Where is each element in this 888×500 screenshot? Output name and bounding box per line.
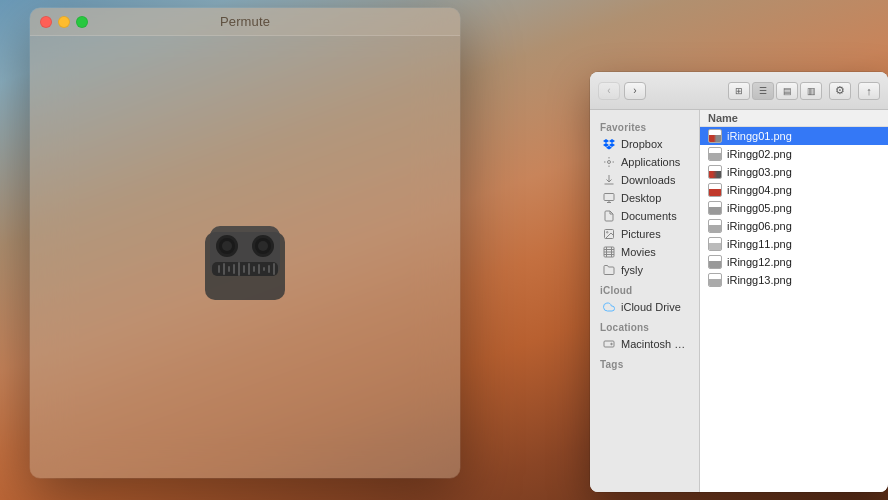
- movies-icon: [602, 245, 616, 259]
- files-header: Name: [700, 110, 888, 127]
- icloud-label: iCloud: [590, 279, 699, 298]
- file-row[interactable]: iRingg11.png: [700, 235, 888, 253]
- empty-row: [700, 343, 888, 361]
- file-icon: [708, 237, 722, 251]
- fysly-label: fysly: [621, 264, 643, 276]
- macintosh-hd-label: Macintosh HD: [621, 338, 687, 350]
- file-row[interactable]: iRingg02.png: [700, 145, 888, 163]
- empty-row: [700, 379, 888, 397]
- permute-titlebar: Permute: [30, 8, 460, 36]
- locations-label: Locations: [590, 316, 699, 335]
- file-row[interactable]: iRingg03.png: [700, 163, 888, 181]
- svg-point-4: [222, 241, 232, 251]
- sidebar-item-icloud-drive[interactable]: iCloud Drive: [594, 298, 695, 316]
- documents-label: Documents: [621, 210, 677, 222]
- tags-label: Tags: [590, 353, 699, 372]
- folder-icon: [602, 263, 616, 277]
- svg-rect-10: [218, 265, 220, 273]
- desktop-label: Desktop: [621, 192, 661, 204]
- action-button[interactable]: ⚙: [829, 82, 851, 100]
- file-icon: [708, 255, 722, 269]
- svg-rect-20: [268, 265, 270, 273]
- file-row[interactable]: iRingg12.png: [700, 253, 888, 271]
- svg-rect-13: [233, 264, 235, 274]
- file-row[interactable]: iRingg05.png: [700, 199, 888, 217]
- file-name: iRingg01.png: [727, 130, 792, 142]
- icon-view-button[interactable]: ⊞: [728, 82, 750, 100]
- sidebar-item-downloads[interactable]: Downloads: [594, 171, 695, 189]
- file-row[interactable]: iRingg13.png: [700, 271, 888, 289]
- file-row[interactable]: iRingg06.png: [700, 217, 888, 235]
- pictures-icon: [602, 227, 616, 241]
- maximize-button[interactable]: [76, 16, 88, 28]
- downloads-icon: [602, 173, 616, 187]
- list-view-button[interactable]: ☰: [752, 82, 774, 100]
- name-column-header: Name: [708, 112, 738, 124]
- sidebar-item-fysly[interactable]: fysly: [594, 261, 695, 279]
- minimize-button[interactable]: [58, 16, 70, 28]
- svg-rect-11: [223, 263, 225, 275]
- svg-rect-16: [248, 263, 250, 275]
- svg-point-22: [608, 161, 611, 164]
- sidebar-item-macintosh-hd[interactable]: Macintosh HD: [594, 335, 695, 353]
- file-icon: [708, 183, 722, 197]
- traffic-lights: [40, 16, 88, 28]
- sidebar-item-pictures[interactable]: Pictures: [594, 225, 695, 243]
- gallery-view-button[interactable]: ▥: [800, 82, 822, 100]
- empty-row: [700, 361, 888, 379]
- finder-toolbar: ‹ › ⊞ ☰ ▤ ▥ ⚙ ↑: [590, 72, 888, 110]
- svg-rect-21: [273, 263, 275, 275]
- permute-content: [30, 36, 460, 478]
- sidebar-item-dropbox[interactable]: Dropbox: [594, 135, 695, 153]
- sidebar-item-desktop[interactable]: Desktop: [594, 189, 695, 207]
- close-button[interactable]: [40, 16, 52, 28]
- finder-body: Favorites Dropbox Applications Downloads: [590, 110, 888, 492]
- dropbox-label: Dropbox: [621, 138, 663, 150]
- desktop-icon: [602, 191, 616, 205]
- file-name: iRingg12.png: [727, 256, 792, 268]
- svg-point-25: [607, 232, 609, 234]
- column-view-button[interactable]: ▤: [776, 82, 798, 100]
- share-button[interactable]: ↑: [858, 82, 880, 100]
- documents-icon: [602, 209, 616, 223]
- file-row[interactable]: iRingg01.png: [700, 127, 888, 145]
- permute-title: Permute: [220, 14, 270, 29]
- favorites-label: Favorites: [590, 116, 699, 135]
- svg-rect-23: [604, 194, 614, 201]
- back-button[interactable]: ‹: [598, 82, 620, 100]
- file-icon: [708, 129, 722, 143]
- file-name: iRingg05.png: [727, 202, 792, 214]
- view-buttons: ⊞ ☰ ▤ ▥: [728, 82, 822, 100]
- file-icon: [708, 201, 722, 215]
- svg-rect-14: [238, 262, 240, 276]
- applications-label: Applications: [621, 156, 680, 168]
- svg-rect-12: [228, 266, 230, 272]
- sidebar-item-movies[interactable]: Movies: [594, 243, 695, 261]
- hd-icon: [602, 337, 616, 351]
- file-icon: [708, 273, 722, 287]
- icloud-icon: [602, 300, 616, 314]
- forward-button[interactable]: ›: [624, 82, 646, 100]
- svg-rect-15: [243, 265, 245, 273]
- icloud-drive-label: iCloud Drive: [621, 301, 681, 313]
- svg-rect-18: [258, 264, 260, 274]
- file-name: iRingg04.png: [727, 184, 792, 196]
- file-icon: [708, 147, 722, 161]
- finder-window: ‹ › ⊞ ☰ ▤ ▥ ⚙ ↑ Favorites Dropbox: [590, 72, 888, 492]
- file-icon: [708, 219, 722, 233]
- file-name: iRingg03.png: [727, 166, 792, 178]
- svg-point-28: [611, 343, 613, 345]
- file-row[interactable]: iRingg04.png: [700, 181, 888, 199]
- movies-label: Movies: [621, 246, 656, 258]
- empty-row: [700, 307, 888, 325]
- pictures-label: Pictures: [621, 228, 661, 240]
- file-name: iRingg13.png: [727, 274, 792, 286]
- sidebar-item-documents[interactable]: Documents: [594, 207, 695, 225]
- file-name: iRingg02.png: [727, 148, 792, 160]
- svg-rect-19: [263, 267, 265, 271]
- downloads-label: Downloads: [621, 174, 675, 186]
- file-name: iRingg11.png: [727, 238, 792, 250]
- file-icon: [708, 165, 722, 179]
- permute-app-icon: [190, 202, 300, 312]
- sidebar-item-applications[interactable]: Applications: [594, 153, 695, 171]
